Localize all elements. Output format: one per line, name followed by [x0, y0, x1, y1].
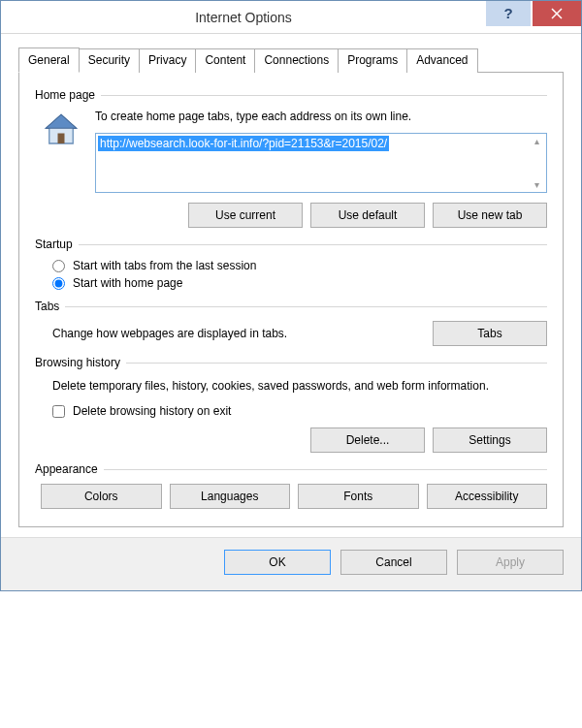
tab-panel-general: Home page To create home page tabs, type…: [18, 73, 564, 527]
divider: [104, 469, 547, 470]
accessibility-button[interactable]: Accessibility: [427, 484, 548, 509]
startup-homepage-radio[interactable]: [52, 277, 65, 290]
languages-button[interactable]: Languages: [170, 484, 291, 509]
titlebar: Internet Options ?: [1, 1, 581, 34]
use-current-button[interactable]: Use current: [188, 203, 303, 228]
dialog-footer: OK Cancel Apply: [1, 537, 581, 590]
tab-privacy[interactable]: Privacy: [139, 48, 196, 73]
tabs-desc: Change how webpages are displayed in tab…: [52, 327, 287, 340]
home-icon: [41, 110, 81, 150]
help-button[interactable]: ?: [486, 1, 531, 26]
history-desc: Delete temporary files, history, cookies…: [52, 377, 547, 395]
group-homepage-label: Home page: [35, 88, 95, 102]
startup-homepage-option[interactable]: Start with home page: [52, 276, 547, 290]
group-startup-label: Startup: [35, 237, 73, 251]
delete-history-button[interactable]: Delete...: [310, 427, 425, 453]
window-title: Internet Options: [1, 10, 486, 25]
group-history-label: Browsing history: [35, 356, 120, 369]
tabs-button[interactable]: Tabs: [433, 321, 547, 346]
startup-last-session-option[interactable]: Start with tabs from the last session: [52, 259, 547, 272]
tab-strip: General Security Privacy Content Connect…: [18, 47, 564, 73]
fonts-button[interactable]: Fonts: [298, 484, 419, 509]
startup-homepage-label: Start with home page: [73, 276, 182, 290]
apply-button[interactable]: Apply: [457, 550, 564, 575]
delete-on-exit-checkbox[interactable]: [52, 405, 65, 418]
svg-rect-4: [58, 134, 65, 144]
group-startup: Startup Start with tabs from the last se…: [35, 237, 547, 290]
divider: [79, 244, 547, 245]
scroll-up-icon: ▴: [529, 136, 544, 146]
tab-connections[interactable]: Connections: [254, 48, 339, 73]
homepage-url-text: http://websearch.look-for-it.info/?pid=2…: [98, 136, 389, 151]
scroll-down-icon: ▾: [529, 179, 544, 190]
cancel-button[interactable]: Cancel: [340, 550, 447, 575]
tab-security[interactable]: Security: [79, 48, 140, 73]
divider: [126, 363, 547, 364]
use-new-tab-button[interactable]: Use new tab: [433, 203, 547, 228]
divider: [65, 306, 547, 307]
tab-general[interactable]: General: [18, 47, 80, 73]
startup-last-session-radio[interactable]: [52, 260, 65, 272]
dialog-body: General Security Privacy Content Connect…: [1, 34, 581, 537]
group-tabs-label: Tabs: [35, 300, 59, 313]
colors-button[interactable]: Colors: [41, 484, 162, 509]
group-appearance-label: Appearance: [35, 462, 98, 476]
group-appearance: Appearance Colors Languages Fonts Access…: [35, 462, 547, 509]
group-tabs: Tabs Change how webpages are displayed i…: [35, 300, 547, 346]
ok-button[interactable]: OK: [224, 550, 331, 575]
internet-options-dialog: Internet Options ? General Security Priv…: [0, 0, 582, 591]
svg-marker-3: [46, 114, 77, 128]
startup-last-session-label: Start with tabs from the last session: [73, 259, 256, 272]
close-button[interactable]: [533, 1, 581, 26]
use-default-button[interactable]: Use default: [310, 203, 425, 228]
homepage-desc: To create home page tabs, type each addr…: [95, 110, 547, 123]
tab-content[interactable]: Content: [195, 48, 255, 73]
group-history: Browsing history Delete temporary files,…: [35, 356, 547, 453]
divider: [101, 95, 547, 96]
delete-on-exit-option[interactable]: Delete browsing history on exit: [52, 404, 547, 418]
history-settings-button[interactable]: Settings: [433, 427, 547, 453]
close-icon: [551, 8, 563, 19]
scrollbar[interactable]: ▴ ▾: [529, 136, 544, 190]
delete-on-exit-label: Delete browsing history on exit: [73, 404, 231, 418]
group-homepage: Home page To create home page tabs, type…: [35, 88, 547, 228]
tab-advanced[interactable]: Advanced: [406, 48, 477, 73]
homepage-url-input[interactable]: http://websearch.look-for-it.info/?pid=2…: [95, 133, 547, 193]
tab-programs[interactable]: Programs: [338, 48, 407, 73]
